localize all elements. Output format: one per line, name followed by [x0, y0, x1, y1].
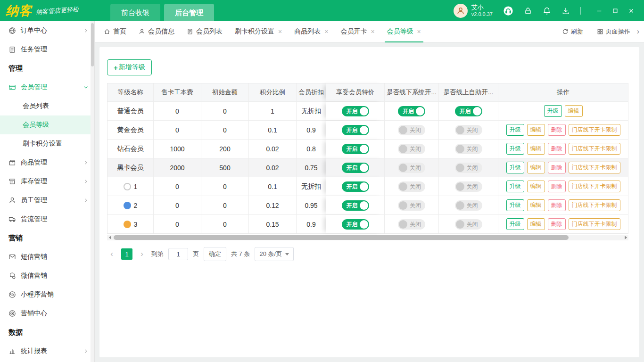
sidebar-scrollbar[interactable]	[91, 21, 94, 362]
online-open-toggle[interactable]: 关闭	[455, 200, 482, 211]
confirm-button[interactable]: 确定	[204, 247, 226, 261]
tab-card-points-settings[interactable]: 刷卡积分设置 ×	[229, 21, 288, 42]
special-price-toggle[interactable]: 开启	[342, 163, 369, 173]
close-tab-icon[interactable]: ×	[371, 28, 374, 35]
special-price-toggle[interactable]: 开启	[342, 106, 369, 116]
sidebar-item-task-management[interactable]: 任务管理	[0, 40, 94, 59]
online-open-toggle[interactable]: 关闭	[455, 125, 482, 135]
sidebar-item-member-level[interactable]: 会员等级	[0, 115, 94, 134]
special-price-toggle[interactable]: 开启	[342, 144, 369, 154]
delete-button[interactable]: 删除	[548, 218, 566, 230]
special-price-toggle[interactable]: 开启	[342, 181, 369, 192]
tab-member-card-open[interactable]: 会员开卡 ×	[334, 21, 380, 42]
online-open-toggle[interactable]: 关闭	[455, 219, 482, 230]
sidebar-item-member-list[interactable]: 会员列表	[0, 97, 94, 115]
chevron-right-icon[interactable]: ›	[637, 27, 639, 36]
delete-button[interactable]: 删除	[548, 199, 566, 211]
toggle-knob	[360, 220, 368, 229]
scrollbar-thumb[interactable]	[114, 235, 569, 240]
tab-member-list[interactable]: 会员列表	[181, 21, 229, 42]
sidebar-item-miniprogram-marketing[interactable]: 小程序营销	[0, 285, 94, 304]
edit-button[interactable]: 编辑	[527, 218, 545, 230]
offline-open-toggle[interactable]: 关闭	[398, 125, 425, 135]
sidebar-item-product-management[interactable]: 商品管理	[0, 153, 94, 172]
next-page-icon[interactable]: ›	[137, 249, 147, 259]
page-operations-button[interactable]: 页面操作	[597, 27, 630, 36]
lock-icon[interactable]	[524, 7, 532, 15]
goto-page-input[interactable]	[168, 248, 188, 260]
store-offline-limit-button[interactable]: 门店线下开卡限制	[569, 143, 620, 155]
close-tab-icon[interactable]: ×	[417, 28, 421, 35]
store-offline-limit-button[interactable]: 门店线下开卡限制	[569, 181, 620, 192]
tab-member-level[interactable]: 会员等级 ×	[381, 21, 427, 42]
upgrade-button[interactable]: 升级	[506, 199, 524, 211]
user-info[interactable]: 艾小 v2.0.0.37	[454, 4, 493, 18]
store-offline-limit-button[interactable]: 门店线下开卡限制	[569, 199, 620, 211]
upgrade-button[interactable]: 升级	[506, 162, 524, 173]
edit-button[interactable]: 编辑	[527, 162, 545, 173]
upgrade-button[interactable]: 升级	[544, 105, 562, 117]
tab-product-list[interactable]: 商品列表 ×	[288, 21, 334, 42]
edit-button[interactable]: 编辑	[527, 124, 545, 136]
close-tab-icon[interactable]: ×	[278, 28, 282, 35]
prev-page-icon[interactable]: ‹	[107, 249, 116, 259]
edit-button[interactable]: 编辑	[565, 105, 583, 117]
offline-open-toggle[interactable]: 关闭	[398, 219, 425, 230]
edit-button[interactable]: 编辑	[527, 181, 545, 192]
edit-button[interactable]: 编辑	[527, 143, 545, 155]
tab-member-info[interactable]: 会员信息	[132, 21, 181, 42]
upgrade-button[interactable]: 升级	[506, 143, 524, 155]
nav-cashier-button[interactable]: 前台收银	[110, 4, 160, 21]
delete-button[interactable]: 删除	[548, 143, 566, 155]
sidebar-item-order-center[interactable]: 订单中心	[0, 21, 94, 40]
delete-button[interactable]: 删除	[548, 124, 566, 136]
table-horizontal-scrollbar[interactable]	[107, 235, 628, 240]
sidebar-item-logistics-management[interactable]: 货流管理	[0, 210, 94, 229]
delete-button[interactable]: 删除	[548, 181, 566, 192]
nav-admin-button[interactable]: 后台管理	[164, 4, 214, 21]
sidebar-item-staff-management[interactable]: 员工管理	[0, 191, 94, 210]
sidebar-item-marketing-center[interactable]: 营销中心	[0, 304, 94, 323]
sidebar-scrollbar-thumb[interactable]	[91, 23, 94, 66]
minimize-button[interactable]	[591, 0, 607, 21]
upgrade-button[interactable]: 升级	[506, 218, 524, 230]
offline-open-toggle[interactable]: 关闭	[398, 144, 425, 154]
service-icon[interactable]	[503, 6, 513, 16]
sidebar-item-wechat-marketing[interactable]: 微信营销	[0, 266, 94, 285]
sidebar-item-card-points-settings[interactable]: 刷卡积分设置	[0, 134, 94, 153]
tab-home[interactable]: 首页	[98, 21, 132, 42]
offline-open-toggle[interactable]: 开启	[398, 106, 425, 116]
upgrade-button[interactable]: 升级	[506, 124, 524, 136]
store-offline-limit-button[interactable]: 门店线下开卡限制	[569, 162, 620, 173]
online-open-toggle[interactable]: 关闭	[455, 181, 482, 192]
sidebar-item-statistics-reports[interactable]: 统计报表	[0, 342, 94, 361]
store-offline-limit-button[interactable]: 门店线下开卡限制	[569, 218, 620, 230]
special-price-toggle[interactable]: 开启	[342, 219, 369, 230]
store-offline-limit-button[interactable]: 门店线下开卡限制	[569, 124, 620, 136]
current-page-button[interactable]: 1	[121, 248, 132, 260]
scroll-right-arrow-icon[interactable]	[623, 235, 628, 240]
online-open-toggle[interactable]: 关闭	[455, 144, 482, 154]
offline-open-toggle[interactable]: 关闭	[398, 181, 425, 192]
scroll-left-arrow-icon[interactable]	[107, 235, 113, 240]
online-open-toggle[interactable]: 开启	[455, 106, 482, 116]
sidebar-item-member-management[interactable]: 会员管理	[0, 78, 94, 97]
offline-open-toggle[interactable]: 关闭	[398, 200, 425, 211]
edit-button[interactable]: 编辑	[527, 199, 545, 211]
sidebar-item-sms-marketing[interactable]: 短信营销	[0, 247, 94, 266]
sidebar-item-inventory-management[interactable]: 库存管理	[0, 172, 94, 191]
page-size-select[interactable]: 20 条/页	[255, 247, 294, 261]
download-icon[interactable]	[561, 7, 570, 15]
offline-open-toggle[interactable]: 关闭	[398, 163, 425, 173]
online-open-toggle[interactable]: 关闭	[455, 163, 482, 173]
refresh-button[interactable]: 刷新	[562, 27, 583, 36]
bell-icon[interactable]	[543, 7, 551, 15]
add-level-button[interactable]: + 新增等级	[107, 59, 152, 75]
delete-button[interactable]: 删除	[548, 162, 566, 173]
close-button[interactable]	[623, 0, 639, 21]
special-price-toggle[interactable]: 开启	[342, 125, 369, 135]
close-tab-icon[interactable]: ×	[324, 28, 328, 35]
upgrade-button[interactable]: 升级	[506, 181, 524, 192]
special-price-toggle[interactable]: 开启	[342, 200, 369, 211]
maximize-button[interactable]	[607, 0, 623, 21]
